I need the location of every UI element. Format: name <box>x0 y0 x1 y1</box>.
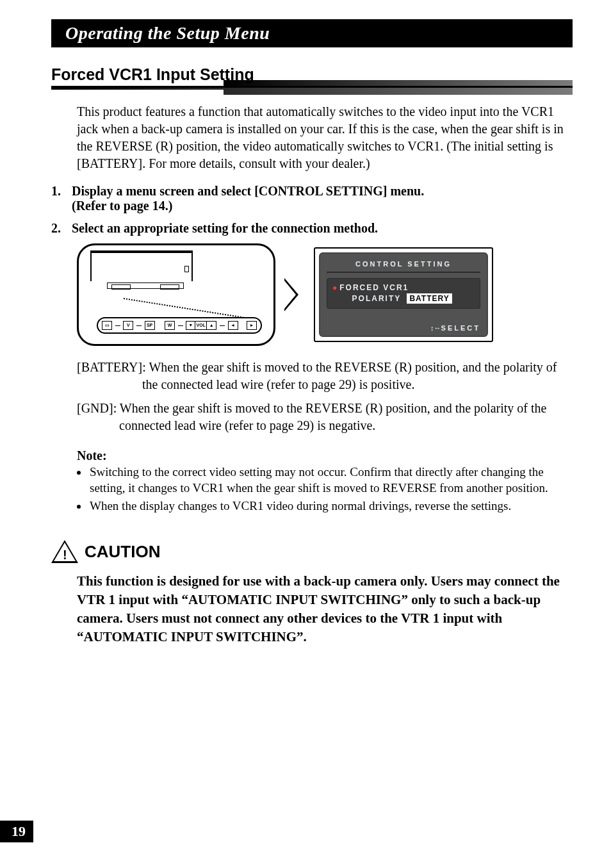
step-1-line-2: (Refer to page 14.) <box>72 199 573 213</box>
nav-arrows-icon: ↕↔ <box>430 324 441 332</box>
note-item: Switching to the correct video setting m… <box>88 464 573 496</box>
display-icons-bar <box>107 283 184 289</box>
v-button: V <box>123 321 133 330</box>
option-battery: [BATTERY]: When the gear shift is moved … <box>77 359 573 393</box>
osd-option-row: ●FORCED VCR1 ● POLARITY BATTERY <box>327 278 480 309</box>
osd-polarity-value: BATTERY <box>407 293 452 304</box>
option-gnd: [GND]: When the gear shift is moved to t… <box>77 400 573 434</box>
caution-label: CAUTION <box>85 542 160 562</box>
figure-row: ▭ V SP W ▼ VOL ▲ ◄ ► <box>77 243 573 346</box>
sp-button: SP <box>145 321 155 330</box>
intro-paragraph: This product features a function that au… <box>77 103 573 172</box>
caution-header: ! CAUTION <box>51 540 573 563</box>
bullet-icon: ● <box>332 283 337 292</box>
section-heading-wrap: Forced VCR1 Input Setting <box>51 65 573 88</box>
step-2: 2. Select an appropriate setting for the… <box>51 221 573 236</box>
dashed-pointer <box>124 298 244 318</box>
osd-select-hint: ↕↔SELECT <box>327 324 480 332</box>
osd-polarity-label: POLARITY <box>352 294 401 303</box>
disp-button: ▭ <box>102 321 112 330</box>
right-button: ► <box>247 321 257 330</box>
page-number: 19 <box>0 821 33 842</box>
step-1-number: 1. <box>51 184 72 213</box>
note-list: Switching to the correct video setting m… <box>77 464 573 514</box>
section-heading: Forced VCR1 Input Setting <box>51 65 573 88</box>
note-block: Note: Switching to the correct video set… <box>77 448 573 514</box>
caution-text: This function is designed for use with a… <box>77 572 573 646</box>
osd-title: CONTROL SETTING <box>327 260 480 273</box>
step-2-number: 2. <box>51 221 72 236</box>
vol-buttons: ▼ VOL ▲ <box>186 321 216 330</box>
step-1-line-1: Display a menu screen and select [CONTRO… <box>72 184 573 199</box>
osd-line1: FORCED VCR1 <box>339 283 409 292</box>
note-item: When the display changes to VCR1 video d… <box>88 498 573 514</box>
left-button: ◄ <box>228 321 238 330</box>
monitor-outline <box>90 250 193 281</box>
w-button: W <box>165 321 175 330</box>
note-title: Note: <box>77 448 573 463</box>
step-1: 1. Display a menu screen and select [CON… <box>51 184 573 213</box>
remote-control-row: ▭ V SP W ▼ VOL ▲ ◄ ► <box>97 317 262 334</box>
warning-icon: ! <box>51 540 78 563</box>
step-2-line-1: Select an appropriate setting for the co… <box>72 221 573 236</box>
device-illustration: ▭ V SP W ▼ VOL ▲ ◄ ► <box>77 243 275 346</box>
arrow-icon <box>284 278 298 311</box>
chapter-banner: Operating the Setup Menu <box>51 19 573 47</box>
page: Operating the Setup Menu Forced VCR1 Inp… <box>0 0 611 868</box>
osd-screenshot: CONTROL SETTING ●FORCED VCR1 ● POLARITY … <box>314 247 493 342</box>
